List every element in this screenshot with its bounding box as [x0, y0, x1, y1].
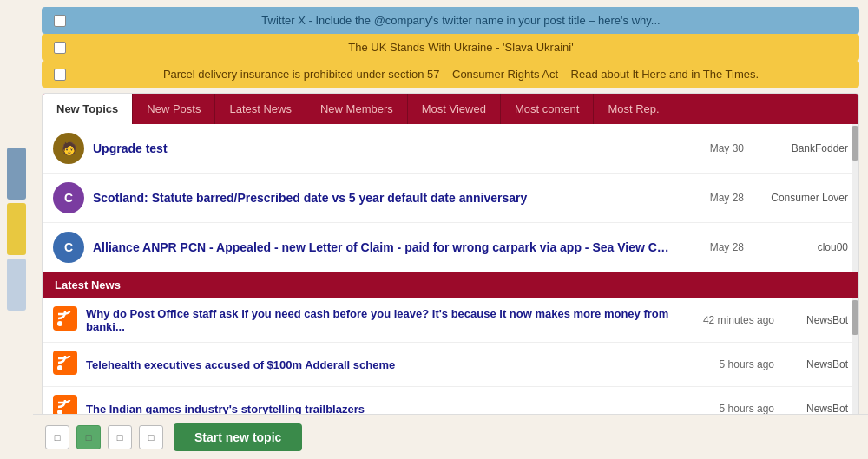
scrollbar-thumb[interactable] — [852, 126, 858, 161]
tab-new-posts[interactable]: New Posts — [133, 94, 215, 124]
table-row: CScotland: Statute barred/Prescribed dat… — [43, 174, 858, 223]
notice-checkbox-ukraine-notice[interactable] — [54, 42, 66, 54]
notice-text-parcel-notice: Parcel delivery insurance is prohibited … — [75, 68, 847, 81]
bottom-bar: □ □ □ □ Start new topic — [33, 414, 868, 459]
tabs-panel: New TopicsNew PostsLatest NewsNew Member… — [42, 93, 859, 432]
topic-title[interactable]: Upgrade test — [93, 141, 674, 155]
tab-most-viewed[interactable]: Most Viewed — [408, 94, 501, 124]
topic-date: May 28 — [683, 241, 744, 253]
notice-text-twitter-notice: Twitter X - Include the @company's twitt… — [75, 14, 847, 27]
news-container: Why do Post Office staff ask if you need… — [43, 298, 858, 431]
svg-rect-0 — [53, 306, 77, 331]
rss-icon — [53, 306, 77, 334]
topic-title[interactable]: Scotland: Statute barred/Prescribed date… — [93, 191, 674, 205]
notice-text-ukraine-notice: The UK Stands With Ukraine - 'Slava Ukra… — [75, 41, 847, 54]
notice-checkbox-twitter-notice[interactable] — [54, 15, 66, 27]
tab-new-members[interactable]: New Members — [306, 94, 408, 124]
topic-title[interactable]: Alliance ANPR PCN - Appealed - new Lette… — [93, 240, 674, 254]
svg-point-3 — [57, 365, 62, 370]
main-content: Twitter X - Include the @company's twitt… — [33, 0, 868, 439]
bottom-icon-3[interactable]: □ — [108, 425, 132, 449]
news-row: Telehealth executives accused of $100m A… — [43, 343, 858, 387]
tab-latest-news[interactable]: Latest News — [215, 94, 306, 124]
rss-icon — [53, 351, 77, 378]
scrollbar-track[interactable] — [852, 124, 858, 272]
table-row: 🧑Upgrade testMay 30BankFodder — [43, 124, 858, 174]
avatar: C — [53, 182, 84, 213]
topic-author[interactable]: clou00 — [753, 241, 848, 253]
news-author[interactable]: NewsBot — [783, 358, 848, 370]
notices-container: Twitter X - Include the @company's twitt… — [42, 7, 859, 88]
tab-most-rep[interactable]: Most Rep. — [594, 94, 674, 124]
news-row: Why do Post Office staff ask if you need… — [43, 298, 858, 343]
sidebar-block-2 — [7, 203, 26, 255]
topic-date: May 30 — [683, 142, 744, 154]
svg-point-1 — [57, 321, 62, 326]
news-title[interactable]: Telehealth executives accused of $100m A… — [86, 358, 670, 371]
latest-news-section-header: Latest News — [43, 272, 858, 298]
left-sidebar — [0, 0, 33, 459]
bottom-icon-2[interactable]: □ — [76, 425, 101, 449]
news-time: 5 hours ago — [679, 403, 774, 415]
start-new-topic-button[interactable]: Start new topic — [174, 423, 302, 451]
news-author[interactable]: NewsBot — [783, 403, 848, 415]
topics-list: 🧑Upgrade testMay 30BankFodderCScotland: … — [43, 124, 858, 272]
topic-date: May 28 — [683, 192, 744, 204]
notice-twitter-notice: Twitter X - Include the @company's twitt… — [42, 7, 859, 34]
sidebar-block-1 — [7, 148, 26, 200]
topic-author[interactable]: Consumer Lover — [753, 192, 848, 204]
news-time: 5 hours ago — [679, 358, 774, 370]
notice-parcel-notice: Parcel delivery insurance is prohibited … — [42, 61, 859, 88]
notice-ukraine-notice: The UK Stands With Ukraine - 'Slava Ukra… — [42, 34, 859, 61]
bottom-icon-4[interactable]: □ — [139, 425, 163, 449]
notice-checkbox-parcel-notice[interactable] — [54, 69, 66, 81]
sidebar-block-3 — [7, 259, 26, 311]
topic-author[interactable]: BankFodder — [753, 142, 848, 154]
tab-most-content[interactable]: Most content — [501, 94, 594, 124]
tabs-header: New TopicsNew PostsLatest NewsNew Member… — [43, 94, 858, 124]
avatar: C — [53, 232, 84, 263]
svg-rect-2 — [53, 351, 77, 375]
topics-container: 🧑Upgrade testMay 30BankFodderCScotland: … — [43, 124, 858, 272]
news-scrollbar-thumb[interactable] — [852, 300, 858, 335]
avatar: 🧑 — [53, 133, 84, 164]
news-time: 42 minutes ago — [679, 314, 774, 326]
news-author[interactable]: NewsBot — [783, 314, 848, 326]
bottom-icon-1[interactable]: □ — [45, 425, 69, 449]
tab-new-topics[interactable]: New Topics — [43, 94, 133, 124]
news-scrollbar-track[interactable] — [852, 298, 858, 431]
news-title[interactable]: Why do Post Office staff ask if you need… — [86, 307, 670, 333]
news-list: Why do Post Office staff ask if you need… — [43, 298, 858, 431]
table-row: CAlliance ANPR PCN - Appealed - new Lett… — [43, 223, 858, 272]
